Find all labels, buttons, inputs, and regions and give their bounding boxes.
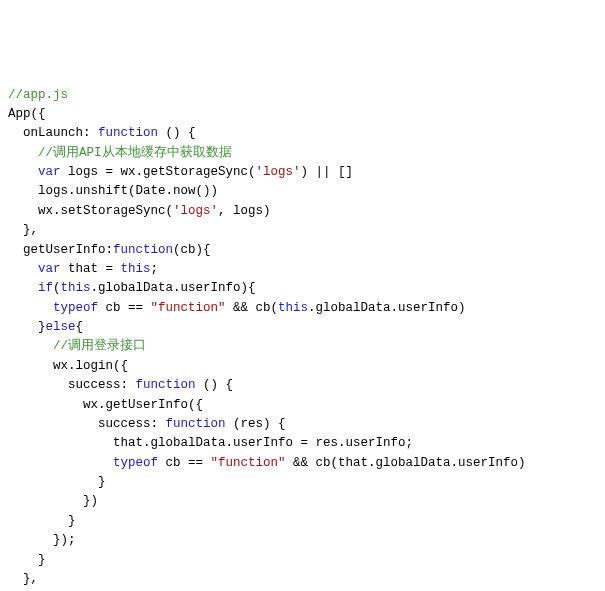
code-line: //app.js: [8, 86, 597, 105]
code-token: success:: [68, 378, 136, 392]
code-token: //app.js: [8, 88, 68, 102]
code-token: getUserInfo:: [23, 243, 113, 257]
code-token: cb ==: [98, 301, 151, 315]
code-token: that =: [61, 262, 121, 276]
code-line: var logs = wx.getStorageSync('logs') || …: [8, 163, 597, 182]
code-line: }): [8, 492, 597, 511]
code-token: success:: [98, 417, 166, 431]
code-token: && cb(: [226, 301, 279, 315]
code-line: },: [8, 570, 597, 589]
code-line: var that = this;: [8, 260, 597, 279]
code-line: //调用登录接口: [8, 337, 597, 356]
code-line: getUserInfo:function(cb){: [8, 241, 597, 260]
code-token: () {: [196, 378, 234, 392]
code-token: typeof: [113, 456, 158, 470]
code-token: logs.unshift(Date.now()): [38, 184, 218, 198]
code-token: else: [46, 320, 76, 334]
code-line: }: [8, 512, 597, 531]
code-token: , logs): [218, 204, 271, 218]
code-line: typeof cb == "function" && cb(that.globa…: [8, 454, 597, 473]
code-line: that.globalData.userInfo = res.userInfo;: [8, 434, 597, 453]
code-token: ;: [151, 262, 159, 276]
code-line: logs.unshift(Date.now()): [8, 182, 597, 201]
code-line: App({: [8, 105, 597, 124]
code-line: if(this.globalData.userInfo){: [8, 279, 597, 298]
code-token: }: [98, 475, 106, 489]
code-token: logs = wx.getStorageSync(: [61, 165, 256, 179]
code-token: }: [38, 553, 46, 567]
code-token: 'logs': [256, 165, 301, 179]
code-token: "function": [211, 456, 286, 470]
code-token: {: [76, 320, 84, 334]
code-token: typeof: [53, 301, 98, 315]
code-token: },: [23, 223, 38, 237]
code-token: }): [83, 494, 98, 508]
code-token: wx.login({: [53, 359, 128, 373]
code-line: wx.getUserInfo({: [8, 396, 597, 415]
code-token: var: [38, 165, 61, 179]
code-token: function: [113, 243, 173, 257]
code-token: });: [53, 533, 76, 547]
code-line: });: [8, 531, 597, 550]
code-token: ) || []: [301, 165, 354, 179]
code-token: }: [38, 320, 46, 334]
code-line: success: function (res) {: [8, 415, 597, 434]
code-token: this: [61, 281, 91, 295]
code-line: success: function () {: [8, 376, 597, 395]
code-line: typeof cb == "function" && cb(this.globa…: [8, 299, 597, 318]
code-token: wx.getUserInfo({: [83, 398, 203, 412]
code-token: function: [136, 378, 196, 392]
code-token: 'logs': [173, 204, 218, 218]
code-line: wx.setStorageSync('logs', logs): [8, 202, 597, 221]
code-line: //调用API从本地缓存中获取数据: [8, 144, 597, 163]
code-token: function: [98, 126, 158, 140]
code-token: cb ==: [158, 456, 211, 470]
code-line: },: [8, 221, 597, 240]
code-token: onLaunch:: [23, 126, 98, 140]
code-token: //调用登录接口: [53, 339, 146, 353]
code-token: (cb){: [173, 243, 211, 257]
code-token: },: [23, 572, 38, 586]
code-token: && cb(that.globalData.userInfo): [286, 456, 526, 470]
code-line: }: [8, 551, 597, 570]
code-token: wx.setStorageSync(: [38, 204, 173, 218]
code-token: "function": [151, 301, 226, 315]
code-token: .globalData.userInfo){: [91, 281, 256, 295]
code-token: () {: [158, 126, 196, 140]
code-block: //app.jsApp({ onLaunch: function () { //…: [8, 86, 597, 592]
code-line: wx.login({: [8, 357, 597, 376]
code-token: }: [68, 514, 76, 528]
code-line: onLaunch: function () {: [8, 124, 597, 143]
code-token: (: [53, 281, 61, 295]
code-token: function: [166, 417, 226, 431]
code-token: that.globalData.userInfo = res.userInfo;: [113, 436, 413, 450]
code-line: }else{: [8, 318, 597, 337]
code-token: //调用API从本地缓存中获取数据: [38, 146, 232, 160]
code-token: this: [121, 262, 151, 276]
code-token: (res) {: [226, 417, 286, 431]
code-token: App({: [8, 107, 46, 121]
code-line: }: [8, 473, 597, 492]
code-token: var: [38, 262, 61, 276]
code-token: .globalData.userInfo): [308, 301, 466, 315]
code-token: this: [278, 301, 308, 315]
code-token: if: [38, 281, 53, 295]
